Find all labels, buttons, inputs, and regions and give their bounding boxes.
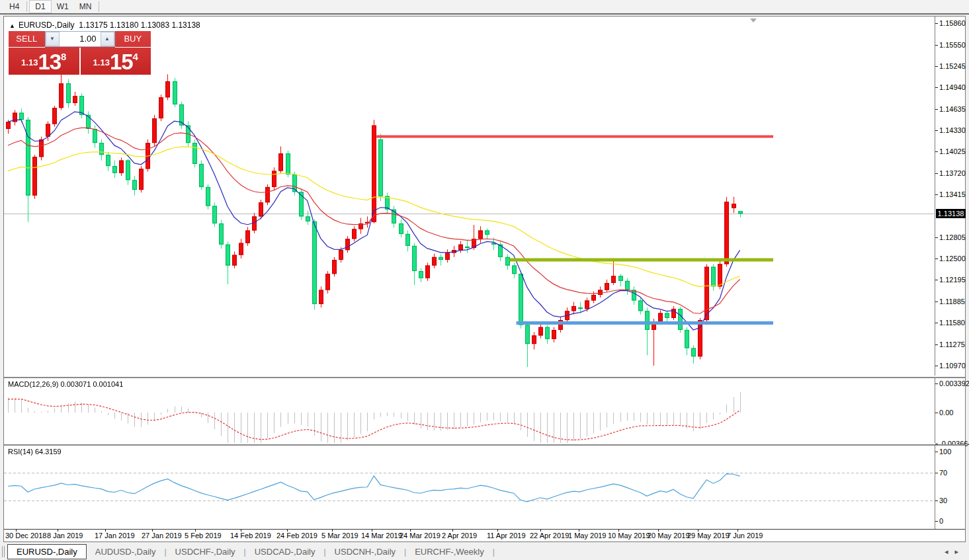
buy-price-prefix: 1.13 xyxy=(93,58,110,67)
price-axis-label: 1.14635 xyxy=(939,105,966,113)
macd-axis-tick xyxy=(935,413,938,413)
tab-eurchf-weekly[interactable]: EURCHF-,Weekly xyxy=(406,545,493,559)
date-axis-label: 22 Apr 2019 xyxy=(530,532,569,540)
rsi-canvas[interactable] xyxy=(4,446,934,529)
tab-audusd-daily[interactable]: AUDUSD-,Daily xyxy=(87,545,165,559)
date-axis-label: 11 Apr 2019 xyxy=(487,532,526,540)
timeframe-button-w1[interactable]: W1 xyxy=(52,1,74,13)
date-axis-label: 17 Jan 2019 xyxy=(95,532,135,540)
buy-price-display[interactable]: 1.13154 xyxy=(81,48,151,75)
date-axis-label: 20 May 2019 xyxy=(648,532,690,540)
one-click-toggle-icon[interactable]: ▲ xyxy=(9,22,15,29)
price-axis-label: 1.14940 xyxy=(939,83,966,91)
tab-usdchf-daily[interactable]: USDCHF-,Daily xyxy=(167,545,244,559)
macd-axis: 0.003392 0.00 -0.003664 xyxy=(935,378,965,443)
macd-axis-label: 0.003392 xyxy=(939,380,969,387)
date-axis-label: 29 May 2019 xyxy=(687,532,730,540)
chart-title: ▲EURUSD-,Daily 1.13175 1.13180 1.13083 1… xyxy=(9,20,200,30)
volume-decrease-icon[interactable]: ▼ xyxy=(46,32,60,46)
current-price-badge: 1.13138 xyxy=(936,209,966,218)
price-axis: 1.15860 1.15550 1.15245 1.14940 1.14635 … xyxy=(935,17,965,376)
volume-increase-icon[interactable]: ▲ xyxy=(101,32,114,46)
rsi-axis-label: 0 xyxy=(939,517,943,525)
price-chart-pane: ▲EURUSD-,Daily 1.13175 1.13180 1.13083 1… xyxy=(4,17,965,376)
price-axis-tick xyxy=(935,280,938,280)
price-axis-tick xyxy=(935,194,938,195)
date-axis-label: 5 Mar 2019 xyxy=(321,532,358,540)
volume-spinner: ▼ 1.00 ▲ xyxy=(45,31,115,47)
price-axis-label: 1.15245 xyxy=(939,62,966,70)
price-axis-label: 1.15550 xyxy=(939,41,966,49)
price-axis-label: 1.13720 xyxy=(939,169,966,177)
price-axis-label: 1.15860 xyxy=(939,19,966,27)
price-axis-tick xyxy=(935,366,938,366)
rsi-axis-label: 30 xyxy=(939,497,947,504)
tab-scroll-right-icon[interactable]: ▸ xyxy=(954,547,965,555)
date-axis-label: 24 Mar 2019 xyxy=(400,532,441,540)
timeframe-toolbar: H4D1W1MN xyxy=(0,0,969,15)
rsi-axis-label: 100 xyxy=(939,448,951,456)
date-axis-label: 10 May 2019 xyxy=(608,532,650,540)
tab-separator: | xyxy=(493,547,495,557)
sell-price-sup: 8 xyxy=(61,51,66,62)
rsi-pane: RSI(14) 64.3159 100 70 30 0 xyxy=(4,444,965,529)
tab-usdcnh-daily[interactable]: USDCNH-,Daily xyxy=(326,545,404,559)
price-axis-tick xyxy=(935,130,938,131)
sell-button[interactable]: SELL xyxy=(9,31,45,48)
tab-eurusd-daily[interactable]: EURUSD-,Daily xyxy=(7,544,87,559)
price-axis-label: 1.11885 xyxy=(939,298,965,305)
chart-shift-marker-icon[interactable] xyxy=(750,19,757,22)
tab-usdcad-daily[interactable]: USDCAD-,Daily xyxy=(246,545,324,559)
price-axis-tick xyxy=(935,45,938,46)
rsi-axis: 100 70 30 0 xyxy=(935,446,965,529)
timeframe-button-mn[interactable]: MN xyxy=(74,1,97,13)
date-axis-label: 24 Feb 2019 xyxy=(276,532,317,540)
date-axis-label: 5 Feb 2019 xyxy=(185,532,222,540)
volume-input[interactable]: 1.00 xyxy=(60,32,101,46)
price-axis-tick xyxy=(935,323,938,323)
timeframe-button-d1[interactable]: D1 xyxy=(29,0,51,13)
macd-axis-tick xyxy=(935,383,938,384)
tabbar-grip-icon[interactable] xyxy=(2,546,5,557)
rsi-axis-tick xyxy=(935,452,938,452)
price-axis-tick xyxy=(935,87,938,88)
chart-symbol-label: EURUSD-,Daily xyxy=(19,20,75,30)
price-axis-label: 1.10970 xyxy=(939,362,966,370)
sell-price-big: 13 xyxy=(38,50,61,74)
price-axis-tick xyxy=(935,151,938,152)
one-click-trading-panel: SELL ▼ 1.00 ▲ BUY 1.13138 1.13154 xyxy=(9,31,151,75)
date-axis-label: 14 Mar 2019 xyxy=(361,532,402,540)
date-axis-label: 2 Apr 2019 xyxy=(442,532,477,540)
rsi-axis-label: 70 xyxy=(939,469,947,477)
toolbar-separator xyxy=(99,1,99,12)
date-axis-label: 14 Feb 2019 xyxy=(230,532,271,540)
rsi-label: RSI(14) 64.3159 xyxy=(8,448,62,456)
buy-button[interactable]: BUY xyxy=(115,31,151,48)
price-axis-tick xyxy=(935,301,938,302)
date-axis-label: 1 May 2019 xyxy=(568,532,606,540)
price-axis-label: 1.11580 xyxy=(939,319,965,327)
chart-tab-bar: EURUSD-,DailyAUDUSD-,Daily|USDCHF-,Daily… xyxy=(0,543,969,560)
tab-scroll-left-icon[interactable]: ◂ xyxy=(945,547,955,555)
price-axis-label: 1.14025 xyxy=(939,147,966,155)
price-axis-tick xyxy=(935,109,938,110)
price-axis-tick xyxy=(935,66,938,67)
price-axis-tick xyxy=(935,237,938,238)
macd-axis-label: 0.00 xyxy=(939,409,953,417)
rsi-axis-tick xyxy=(935,521,938,522)
sell-price-display[interactable]: 1.13138 xyxy=(9,48,81,75)
timeframe-button-h4[interactable]: H4 xyxy=(4,1,24,13)
buy-price-sup: 4 xyxy=(133,51,138,62)
price-axis-tick xyxy=(935,344,938,345)
date-axis-label: 8 Jan 2019 xyxy=(47,532,83,540)
date-axis: 30 Dec 2018 8 Jan 2019 17 Jan 2019 27 Ja… xyxy=(4,529,965,541)
price-axis-tick xyxy=(935,259,938,259)
rsi-axis-tick xyxy=(935,500,938,501)
toolbar-separator xyxy=(26,1,27,12)
macd-canvas[interactable] xyxy=(4,378,934,443)
price-axis-label: 1.12195 xyxy=(939,276,966,284)
price-axis-label: 1.12500 xyxy=(939,255,966,262)
buy-price-big: 15 xyxy=(110,50,133,74)
price-axis-label: 1.14330 xyxy=(939,126,966,134)
date-axis-label: 7 Jun 2019 xyxy=(727,532,763,540)
